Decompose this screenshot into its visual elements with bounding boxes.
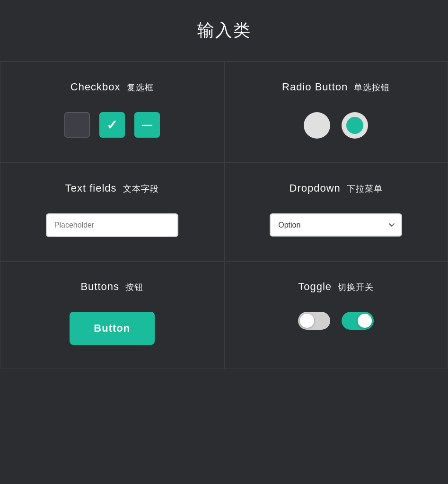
radio-checked[interactable] <box>342 112 368 139</box>
toggle-thumb-off <box>300 314 314 328</box>
checkbox-checked[interactable] <box>99 112 125 138</box>
radio-title: Radio Button 单选按钮 <box>282 81 390 93</box>
toggle-thumb-on <box>358 314 372 328</box>
page-header: 输入类 <box>0 0 448 62</box>
radio-group <box>304 112 368 139</box>
dropdown-title: Dropdown 下拉菜单 <box>290 182 383 194</box>
toggle-off[interactable] <box>298 312 330 330</box>
checkbox-unchecked[interactable] <box>64 112 90 138</box>
page-title: 输入类 <box>9 19 439 42</box>
checkbox-indeterminate[interactable] <box>134 112 160 138</box>
checkbox-title: Checkbox 复选框 <box>70 81 154 93</box>
dropdown-select[interactable]: Option <box>270 213 402 237</box>
buttons-cell: Buttons 按钮 Button <box>0 261 224 369</box>
action-button[interactable]: Button <box>70 312 155 345</box>
radio-unchecked[interactable] <box>304 112 330 139</box>
text-field-input[interactable] <box>46 213 178 237</box>
buttons-title: Buttons 按钮 <box>80 281 143 293</box>
radio-cell: Radio Button 单选按钮 <box>224 62 448 163</box>
toggle-title: Toggle 切换开关 <box>298 281 374 293</box>
toggle-group <box>298 312 374 330</box>
checkbox-group <box>64 112 160 138</box>
toggle-on[interactable] <box>342 312 374 330</box>
textfield-title: Text fields 文本字段 <box>65 182 159 194</box>
dropdown-cell: Dropdown 下拉菜单 Option <box>224 163 448 261</box>
toggle-cell: Toggle 切换开关 <box>224 261 448 369</box>
content-grid: Checkbox 复选框 Radio Button 单选按钮 Text fiel… <box>0 62 448 369</box>
checkbox-cell: Checkbox 复选框 <box>0 62 224 163</box>
textfield-cell: Text fields 文本字段 <box>0 163 224 261</box>
